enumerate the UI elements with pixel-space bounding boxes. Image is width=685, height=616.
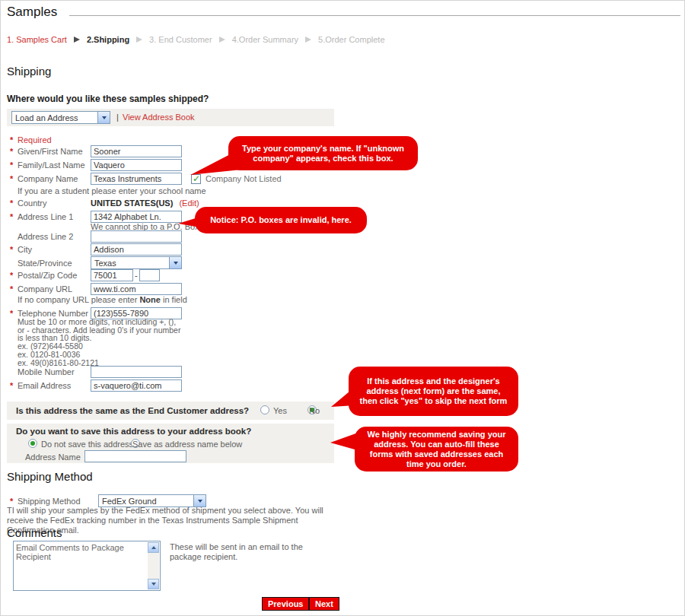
address2-row: Address Line 2 [10,230,182,243]
chevron-down-icon [193,495,206,506]
do-not-save-label: Do not save this address [41,440,133,449]
same-address-yes-label: Yes [273,406,287,415]
breadcrumb-order-summary: 4.Order Summary [232,35,298,44]
comments-heading: Comments [7,526,62,539]
postal-label: Postal/Zip Code [18,271,91,280]
pobox-callout: Notice: P.O. boxes are invalid, here. [195,207,367,233]
address1-label: Address Line 1 [18,212,91,221]
same-address-question: Is this address the same as the End Cust… [16,406,249,415]
given-name-input[interactable] [91,145,182,157]
url-note-suffix: in field [161,295,187,304]
country-label: Country [18,198,91,208]
required-asterisk: * [10,497,18,506]
same-address-callout: If this address and the designer's addre… [349,367,518,416]
mobile-row: Mobile Number [10,366,182,378]
given-name-row: * Given/First Name [10,145,182,157]
loader-separator: | [116,113,119,122]
required-asterisk: * [10,135,18,144]
postal-input[interactable] [91,269,133,281]
email-label: Email Address [18,381,91,390]
comments-placeholder-text: Email Comments to Package Recipient [16,543,146,561]
country-value: UNITED STATES(US) [91,198,173,208]
breadcrumb-shipping: 2.Shipping [87,35,129,44]
view-address-book-link[interactable]: View Address Book [123,113,195,122]
city-row: * City [10,243,182,256]
email-input[interactable] [91,379,182,392]
save-address-question: Do you want to save this address to your… [16,427,251,436]
breadcrumb-arrow-icon [305,37,311,43]
phone-format-note: Must be 10 or more digits, not including… [18,318,180,367]
address-loader-bar: Load an Address | View Address Book [7,109,334,126]
required-note: *Required [10,135,52,144]
required-asterisk: * [10,160,18,170]
state-label: State/Province [18,259,91,268]
shipping-method-heading: Shipping Method [7,470,93,483]
company-not-listed-checkbox[interactable] [191,174,201,184]
textarea-scrollbar[interactable] [148,542,159,589]
required-asterisk: * [10,147,18,156]
required-asterisk: * [10,271,18,280]
do-not-save-radio[interactable] [28,439,37,448]
chevron-down-icon [97,112,110,123]
shipping-method-selected-value: FedEx Ground [99,497,157,506]
scroll-up-icon[interactable] [148,542,159,553]
next-button[interactable]: Next [309,597,339,611]
company-url-label: Company URL [18,284,91,294]
load-address-select[interactable]: Load an Address [11,111,110,124]
comments-note: These will be sent in an email to the pa… [170,542,333,562]
required-asterisk: * [10,284,18,294]
company-not-listed-label: Company Not Listed [206,174,282,183]
required-asterisk: * [10,381,18,390]
header-rule [69,15,680,16]
breadcrumb-arrow-icon [74,37,80,43]
student-note: If you are a student please enter your s… [18,187,206,195]
state-selected-value: Texas [91,259,116,268]
shipping-heading: Shipping [7,65,51,78]
required-asterisk: * [10,245,18,254]
save-address-bar: Do you want to save this address to your… [7,424,334,463]
comments-textarea[interactable]: Email Comments to Package Recipient [13,541,161,591]
previous-button[interactable]: Previous [262,597,309,611]
breadcrumb-order-complete: 5.Order Complete [318,35,384,44]
company-url-row: * Company URL [10,283,182,295]
country-row: * Country UNITED STATES(US) (Edit) [10,198,199,208]
address-name-label: Address Name [25,452,81,462]
breadcrumb-arrow-icon [219,37,225,43]
address1-input[interactable] [91,211,182,223]
url-note-bold: None [139,295,161,304]
company-name-label: Company Name [18,174,91,183]
address2-input[interactable] [91,230,182,243]
chevron-down-icon [169,257,181,268]
same-address-no-label: No [309,406,320,415]
family-name-input[interactable] [91,159,182,171]
same-address-yes-radio[interactable] [260,405,269,414]
required-note-label: Required [18,135,52,144]
postal-ext-input[interactable] [139,269,160,281]
company-name-input[interactable] [91,173,182,185]
given-name-label: Given/First Name [18,147,91,156]
breadcrumb-samples-cart[interactable]: 1. Samples Cart [7,35,67,44]
state-select[interactable]: Texas [91,256,182,269]
address-name-input[interactable] [84,450,186,462]
save-address-callout: We highly recommend saving your address.… [355,427,518,472]
city-label: City [18,245,91,254]
required-asterisk: * [10,309,18,318]
postal-row: * Postal/Zip Code - [10,269,160,281]
state-row: State/Province Texas [10,256,182,269]
mobile-input[interactable] [91,366,182,378]
required-asterisk: * [10,212,18,221]
company-name-row: * Company Name Company Not Listed [10,173,282,185]
company-callout: Type your company's name. If "unknown co… [228,136,418,170]
load-address-selected-value: Load an Address [12,113,78,122]
required-asterisk: * [10,174,18,183]
shipping-method-label: Shipping Method [18,497,91,506]
family-name-label: Family/Last Name [18,160,91,170]
address1-row: * Address Line 1 [10,211,182,223]
city-input[interactable] [91,243,182,256]
company-url-input[interactable] [91,283,182,295]
scroll-down-icon[interactable] [148,579,159,589]
country-edit-link[interactable]: (Edit) [179,198,199,208]
address2-label: Address Line 2 [18,232,91,241]
samples-shipping-page: Samples 1. Samples Cart 2.Shipping 3. En… [0,0,685,616]
same-address-bar: Is this address the same as the End Cust… [7,402,334,420]
